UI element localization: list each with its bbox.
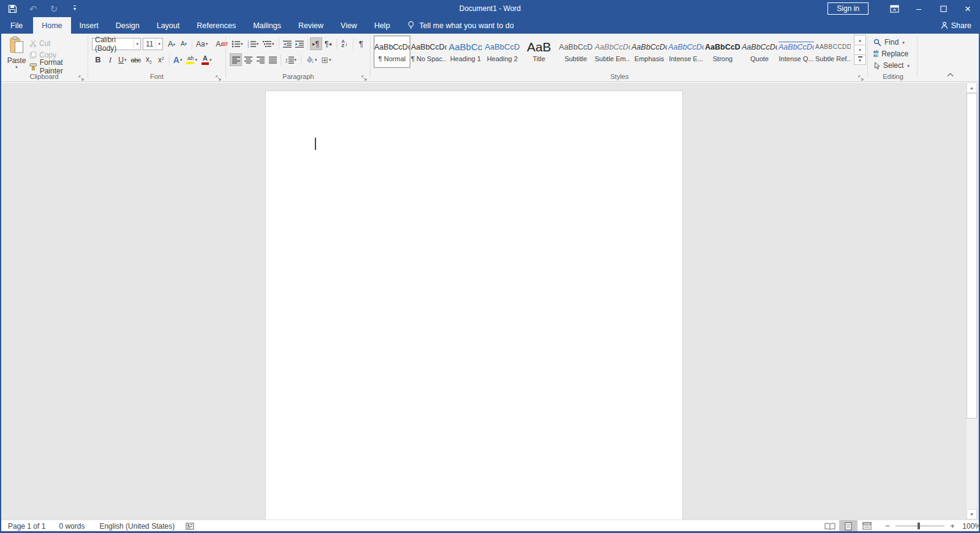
style-subtle-reference[interactable]: AABBCCDD Subtle Ref... <box>815 35 851 68</box>
zoom-percentage[interactable]: 100% <box>958 522 980 531</box>
style-no-spacing[interactable]: AaBbCcDc ¶ No Spac... <box>410 35 447 68</box>
underline-button[interactable]: U▾ <box>116 53 129 66</box>
align-left-button[interactable] <box>230 53 242 66</box>
word-count[interactable]: 0 words <box>56 520 88 532</box>
subscript-button[interactable]: x2 <box>143 53 155 66</box>
highlight-color-button[interactable]: ab ▾ <box>184 53 200 66</box>
styles-dialog-launcher[interactable] <box>858 73 865 80</box>
decrease-indent-button[interactable] <box>281 37 293 50</box>
multilevel-list-button[interactable]: ▾ <box>261 37 277 50</box>
document-page[interactable] <box>265 91 683 520</box>
align-center-button[interactable] <box>242 53 254 66</box>
font-family-dropdown-icon: ▾ <box>134 39 140 50</box>
proofing-status-button[interactable] <box>183 520 197 532</box>
style-heading-2[interactable]: AaBbCcD Heading 2 <box>484 35 521 68</box>
font-color-button[interactable]: A ▾ <box>200 53 214 66</box>
paragraph-dialog-launcher[interactable] <box>361 73 368 80</box>
find-label: Find <box>884 38 899 47</box>
style-heading-1[interactable]: AaBbCc Heading 1 <box>447 35 484 68</box>
change-case-button[interactable]: Aa▾ <box>194 37 210 50</box>
line-spacing-button[interactable]: ↕ ▾ <box>283 53 299 66</box>
replace-icon-bottom: ac <box>873 54 878 58</box>
close-button[interactable]: × <box>956 0 980 17</box>
zoom-slider-thumb[interactable] <box>918 523 920 529</box>
styles-scroll-down-button[interactable]: ▾ <box>854 45 866 55</box>
bold-button[interactable]: B <box>92 53 104 66</box>
tab-layout[interactable]: Layout <box>148 17 189 34</box>
find-button[interactable]: Find ▾ <box>873 37 905 48</box>
document-area[interactable]: ▲ ▼ <box>0 83 980 520</box>
tell-me-box[interactable]: Tell me what you want to do <box>407 17 514 34</box>
style-quote[interactable]: AaBbCcDc Quote <box>741 35 778 68</box>
styles-gallery-more-button[interactable]: ▾ <box>854 54 866 65</box>
style-title[interactable]: AaB Title <box>521 35 557 68</box>
tab-mailings[interactable]: Mailings <box>244 17 290 34</box>
superscript-button[interactable]: x2 <box>155 53 167 66</box>
tab-review[interactable]: Review <box>290 17 332 34</box>
left-to-right-button[interactable]: ▶¶ <box>310 37 322 50</box>
font-dialog-launcher[interactable] <box>216 73 222 80</box>
page-indicator[interactable]: Page 1 of 1 <box>5 520 48 532</box>
tab-insert[interactable]: Insert <box>71 17 107 34</box>
font-size-combobox[interactable]: 11 ▾ <box>143 38 163 50</box>
borders-grid-icon: ⊞ <box>322 56 329 64</box>
shading-button[interactable]: ▾ <box>303 53 320 66</box>
minimize-icon: – <box>916 4 921 13</box>
minimize-button[interactable]: – <box>907 0 931 17</box>
clipboard-dialog-launcher[interactable] <box>78 73 85 80</box>
read-mode-button[interactable] <box>821 520 839 532</box>
text-effects-button[interactable]: A▾ <box>172 53 185 66</box>
tab-references[interactable]: References <box>188 17 244 34</box>
change-case-letters: Aa <box>196 40 205 48</box>
zoom-slider[interactable] <box>895 526 944 526</box>
tab-view[interactable]: View <box>332 17 366 34</box>
shading-bucket-icon <box>305 56 314 64</box>
scrollbar-thumb[interactable] <box>967 93 977 419</box>
shrink-font-button[interactable]: A▾ <box>178 37 190 50</box>
zoom-in-button[interactable]: + <box>947 521 958 531</box>
sort-button[interactable]: AZ ↓ <box>339 37 351 50</box>
style-emphasis[interactable]: AaBbCcDc Emphasis <box>631 35 668 68</box>
show-hide-pilcrow-button[interactable]: ¶ <box>355 37 368 50</box>
print-layout-button[interactable] <box>839 520 858 532</box>
share-button[interactable]: Share <box>941 17 971 34</box>
strikethrough-button[interactable]: abc <box>129 53 143 66</box>
tab-home[interactable]: Home <box>33 17 70 34</box>
bullets-button[interactable]: ▾ <box>230 37 246 50</box>
style-intense-emphasis[interactable]: AaBbCcDc Intense E... <box>668 35 704 68</box>
tab-file[interactable]: File <box>0 17 33 34</box>
grow-font-button[interactable]: A▴ <box>165 37 178 50</box>
language-indicator[interactable]: English (United States) <box>96 520 178 532</box>
sign-in-button[interactable]: Sign in <box>827 2 869 15</box>
style-normal[interactable]: AaBbCcDc ¶ Normal <box>374 35 410 68</box>
shrink-font-arrow-icon: ▾ <box>185 42 187 47</box>
maximize-button[interactable] <box>931 0 956 17</box>
select-button[interactable]: Select ▾ <box>873 60 910 71</box>
style-subtle-emphasis[interactable]: AaBbCcDc Subtle Em... <box>594 35 631 68</box>
style-strong[interactable]: AaBbCcDc Strong <box>704 35 741 68</box>
style-subtitle[interactable]: AaBbCcD Subtitle <box>557 35 594 68</box>
scrollbar-down-button[interactable]: ▼ <box>967 509 977 520</box>
increase-indent-button[interactable] <box>293 37 306 50</box>
zoom-out-button[interactable]: − <box>882 521 893 531</box>
cut-button[interactable]: Cut <box>29 38 51 49</box>
web-layout-button[interactable] <box>858 520 876 532</box>
ribbon-display-options-button[interactable] <box>882 0 907 17</box>
format-painter-button[interactable]: Format Painter <box>29 61 87 72</box>
borders-button[interactable]: ⊞ ▾ <box>320 53 334 66</box>
tab-help[interactable]: Help <box>366 17 399 34</box>
italic-button[interactable]: I <box>104 53 116 66</box>
styles-scroll-up-button[interactable]: ▴ <box>854 35 866 45</box>
justify-button[interactable] <box>266 53 279 66</box>
style-intense-quote[interactable]: AaBbCcDc Intense Q... <box>778 35 815 68</box>
tab-design[interactable]: Design <box>107 17 148 34</box>
font-family-combobox[interactable]: Calibri (Body) ▾ <box>92 38 141 50</box>
right-to-left-button[interactable]: ¶◀ <box>322 37 334 50</box>
scrollbar-up-button[interactable]: ▲ <box>967 83 977 93</box>
align-right-button[interactable] <box>254 53 266 66</box>
replace-button[interactable]: ab ac Replace <box>873 48 908 59</box>
numbering-button[interactable]: 123 ▾ <box>246 37 262 50</box>
paste-button[interactable]: Paste ▾ <box>5 36 28 74</box>
vertical-scrollbar[interactable]: ▲ ▼ <box>967 83 977 520</box>
collapse-ribbon-button[interactable] <box>944 70 956 79</box>
